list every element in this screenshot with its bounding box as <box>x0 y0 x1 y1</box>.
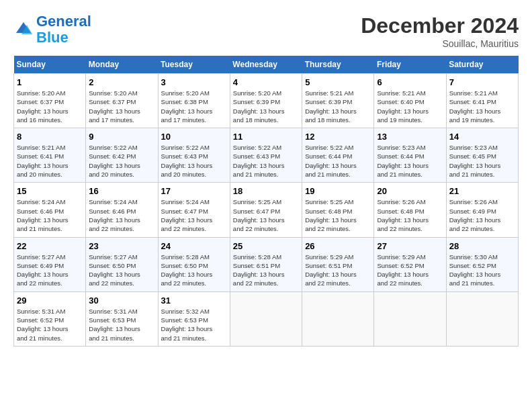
day-info: Sunrise: 5:24 AM Sunset: 6:46 PM Dayligh… <box>17 197 83 233</box>
day-info: Sunrise: 5:28 AM Sunset: 6:51 PM Dayligh… <box>233 253 299 288</box>
table-row: 26Sunrise: 5:29 AM Sunset: 6:51 PM Dayli… <box>302 237 374 291</box>
table-row: 27Sunrise: 5:29 AM Sunset: 6:52 PM Dayli… <box>374 237 446 291</box>
day-info: Sunrise: 5:29 AM Sunset: 6:51 PM Dayligh… <box>305 253 371 288</box>
day-number: 2 <box>89 77 154 87</box>
day-number: 29 <box>17 295 83 306</box>
col-wednesday: Wednesday <box>230 56 302 74</box>
day-number: 14 <box>449 132 515 142</box>
day-number: 18 <box>233 186 299 196</box>
day-info: Sunrise: 5:24 AM Sunset: 6:47 PM Dayligh… <box>161 197 227 233</box>
day-number: 30 <box>89 295 154 306</box>
month-title: December 2024 <box>361 13 519 38</box>
col-thursday: Thursday <box>302 56 374 74</box>
table-row: 19Sunrise: 5:25 AM Sunset: 6:48 PM Dayli… <box>302 183 374 237</box>
day-info: Sunrise: 5:21 AM Sunset: 6:40 PM Dayligh… <box>377 89 443 124</box>
day-info: Sunrise: 5:21 AM Sunset: 6:41 PM Dayligh… <box>17 143 83 179</box>
day-info: Sunrise: 5:28 AM Sunset: 6:50 PM Dayligh… <box>161 253 227 288</box>
table-row: 8Sunrise: 5:21 AM Sunset: 6:41 PM Daylig… <box>14 128 86 183</box>
day-number: 31 <box>161 295 227 306</box>
day-number: 19 <box>305 186 371 196</box>
table-row: 7Sunrise: 5:21 AM Sunset: 6:41 PM Daylig… <box>446 74 518 128</box>
table-row: 16Sunrise: 5:24 AM Sunset: 6:46 PM Dayli… <box>86 183 158 237</box>
table-row: 5Sunrise: 5:21 AM Sunset: 6:39 PM Daylig… <box>302 74 374 128</box>
day-number: 28 <box>449 241 515 251</box>
logo-icon <box>13 19 34 40</box>
day-number: 4 <box>233 77 299 87</box>
day-number: 9 <box>89 132 154 142</box>
table-row: 17Sunrise: 5:24 AM Sunset: 6:47 PM Dayli… <box>158 183 230 237</box>
table-row: 1Sunrise: 5:20 AM Sunset: 6:37 PM Daylig… <box>14 74 86 128</box>
table-row <box>302 291 374 346</box>
day-info: Sunrise: 5:27 AM Sunset: 6:49 PM Dayligh… <box>17 253 83 288</box>
day-info: Sunrise: 5:31 AM Sunset: 6:53 PM Dayligh… <box>89 307 154 342</box>
day-number: 21 <box>449 186 515 196</box>
day-info: Sunrise: 5:22 AM Sunset: 6:44 PM Dayligh… <box>305 143 371 179</box>
table-row: 29Sunrise: 5:31 AM Sunset: 6:52 PM Dayli… <box>14 291 86 346</box>
day-info: Sunrise: 5:30 AM Sunset: 6:52 PM Dayligh… <box>449 253 515 288</box>
day-info: Sunrise: 5:22 AM Sunset: 6:42 PM Dayligh… <box>89 143 154 179</box>
day-number: 27 <box>377 241 443 251</box>
day-number: 22 <box>17 241 83 251</box>
day-info: Sunrise: 5:20 AM Sunset: 6:38 PM Dayligh… <box>161 89 227 124</box>
day-info: Sunrise: 5:21 AM Sunset: 6:39 PM Dayligh… <box>305 89 371 124</box>
day-number: 12 <box>305 132 371 142</box>
table-row: 24Sunrise: 5:28 AM Sunset: 6:50 PM Dayli… <box>158 237 230 291</box>
day-number: 6 <box>377 77 443 87</box>
title-section: December 2024 Souillac, Mauritius <box>361 13 519 49</box>
day-info: Sunrise: 5:20 AM Sunset: 6:37 PM Dayligh… <box>17 89 83 124</box>
day-number: 23 <box>89 241 154 251</box>
header-row: Sunday Monday Tuesday Wednesday Thursday… <box>14 56 519 74</box>
day-number: 25 <box>233 241 299 251</box>
day-number: 16 <box>89 186 154 196</box>
day-info: Sunrise: 5:22 AM Sunset: 6:43 PM Dayligh… <box>233 143 299 179</box>
location: Souillac, Mauritius <box>361 38 519 49</box>
table-row <box>374 291 446 346</box>
day-info: Sunrise: 5:31 AM Sunset: 6:52 PM Dayligh… <box>17 307 83 342</box>
col-friday: Friday <box>374 56 446 74</box>
day-number: 24 <box>161 241 227 251</box>
table-row <box>230 291 302 346</box>
day-number: 20 <box>377 186 443 196</box>
day-number: 7 <box>449 77 515 87</box>
day-info: Sunrise: 5:20 AM Sunset: 6:39 PM Dayligh… <box>233 89 299 124</box>
col-monday: Monday <box>86 56 158 74</box>
table-row: 21Sunrise: 5:26 AM Sunset: 6:49 PM Dayli… <box>446 183 518 237</box>
day-number: 11 <box>233 132 299 142</box>
day-number: 13 <box>377 132 443 142</box>
table-row: 30Sunrise: 5:31 AM Sunset: 6:53 PM Dayli… <box>86 291 158 346</box>
table-row: 14Sunrise: 5:23 AM Sunset: 6:45 PM Dayli… <box>446 128 518 183</box>
day-info: Sunrise: 5:26 AM Sunset: 6:48 PM Dayligh… <box>377 197 443 233</box>
day-info: Sunrise: 5:23 AM Sunset: 6:45 PM Dayligh… <box>449 143 515 179</box>
logo-text: General Blue <box>36 13 91 46</box>
calendar-table: Sunday Monday Tuesday Wednesday Thursday… <box>13 56 519 347</box>
table-row: 9Sunrise: 5:22 AM Sunset: 6:42 PM Daylig… <box>86 128 158 183</box>
day-info: Sunrise: 5:21 AM Sunset: 6:41 PM Dayligh… <box>449 89 515 124</box>
table-row: 11Sunrise: 5:22 AM Sunset: 6:43 PM Dayli… <box>230 128 302 183</box>
day-number: 26 <box>305 241 371 251</box>
table-row: 10Sunrise: 5:22 AM Sunset: 6:43 PM Dayli… <box>158 128 230 183</box>
table-row: 12Sunrise: 5:22 AM Sunset: 6:44 PM Dayli… <box>302 128 374 183</box>
logo: General Blue <box>13 13 91 46</box>
day-number: 17 <box>161 186 227 196</box>
table-row: 23Sunrise: 5:27 AM Sunset: 6:50 PM Dayli… <box>86 237 158 291</box>
table-row: 22Sunrise: 5:27 AM Sunset: 6:49 PM Dayli… <box>14 237 86 291</box>
day-info: Sunrise: 5:22 AM Sunset: 6:43 PM Dayligh… <box>161 143 227 179</box>
table-row: 31Sunrise: 5:32 AM Sunset: 6:53 PM Dayli… <box>158 291 230 346</box>
table-row: 4Sunrise: 5:20 AM Sunset: 6:39 PM Daylig… <box>230 74 302 128</box>
day-number: 10 <box>161 132 227 142</box>
day-info: Sunrise: 5:25 AM Sunset: 6:48 PM Dayligh… <box>305 197 371 233</box>
table-row: 6Sunrise: 5:21 AM Sunset: 6:40 PM Daylig… <box>374 74 446 128</box>
page-header: General Blue December 2024 Souillac, Mau… <box>13 13 519 49</box>
day-info: Sunrise: 5:23 AM Sunset: 6:44 PM Dayligh… <box>377 143 443 179</box>
col-tuesday: Tuesday <box>158 56 230 74</box>
day-info: Sunrise: 5:32 AM Sunset: 6:53 PM Dayligh… <box>161 307 227 342</box>
day-number: 5 <box>305 77 371 87</box>
table-row: 28Sunrise: 5:30 AM Sunset: 6:52 PM Dayli… <box>446 237 518 291</box>
day-info: Sunrise: 5:29 AM Sunset: 6:52 PM Dayligh… <box>377 253 443 288</box>
day-info: Sunrise: 5:20 AM Sunset: 6:37 PM Dayligh… <box>89 89 154 124</box>
table-row: 18Sunrise: 5:25 AM Sunset: 6:47 PM Dayli… <box>230 183 302 237</box>
day-number: 1 <box>17 77 83 87</box>
col-sunday: Sunday <box>14 56 86 74</box>
table-row: 13Sunrise: 5:23 AM Sunset: 6:44 PM Dayli… <box>374 128 446 183</box>
table-row: 25Sunrise: 5:28 AM Sunset: 6:51 PM Dayli… <box>230 237 302 291</box>
